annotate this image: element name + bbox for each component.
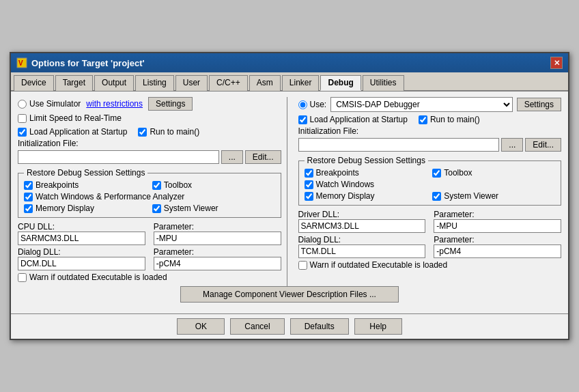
manage-component-button[interactable]: Manage Component Viewer Description File… bbox=[180, 286, 399, 303]
help-button[interactable]: Help bbox=[354, 318, 402, 335]
left-load-app-row: Load Application at Startup Run to main(… bbox=[18, 127, 281, 137]
right-memory-display-checkbox[interactable] bbox=[305, 192, 313, 201]
left-load-app-checkbox[interactable] bbox=[18, 128, 27, 137]
right-dialog-param-field: Parameter: bbox=[434, 235, 561, 258]
left-watch-windows-checkbox[interactable] bbox=[24, 193, 33, 201]
left-toolbox-label[interactable]: Toolbox bbox=[152, 180, 275, 190]
right-driver-param-input[interactable] bbox=[434, 219, 561, 233]
ok-button[interactable]: OK bbox=[177, 318, 225, 335]
left-edit-button[interactable]: Edit... bbox=[245, 150, 281, 164]
left-system-viewer-checkbox[interactable] bbox=[152, 204, 161, 213]
left-cpu-param-input[interactable] bbox=[154, 232, 281, 245]
left-system-viewer-label[interactable]: System Viewer bbox=[152, 204, 275, 213]
left-panel: Use Simulator with restrictions Settings… bbox=[18, 97, 287, 286]
right-breakpoints-checkbox[interactable] bbox=[305, 169, 313, 178]
main-columns: Use Simulator with restrictions Settings… bbox=[18, 97, 561, 286]
left-breakpoints-label[interactable]: Breakpoints bbox=[24, 180, 147, 190]
right-dialog-dll-field: Dialog DLL: bbox=[298, 235, 426, 258]
right-use-radio-label[interactable]: Use: bbox=[298, 100, 327, 109]
right-use-row: Use: CMSIS-DAP Debugger Settings bbox=[298, 97, 562, 112]
left-init-file-input[interactable] bbox=[18, 150, 219, 164]
right-warn-row: Warn if outdated Executable is loaded bbox=[298, 260, 562, 270]
right-driver-dll-input[interactable] bbox=[298, 219, 426, 233]
left-cpu-dll-input[interactable] bbox=[18, 232, 145, 245]
tab-asm[interactable]: Asm bbox=[249, 75, 281, 91]
tab-cpp[interactable]: C/C++ bbox=[209, 75, 248, 91]
right-system-viewer-label[interactable]: System Viewer bbox=[432, 191, 555, 201]
right-settings-button[interactable]: Settings bbox=[517, 98, 561, 111]
simulator-row: Use Simulator with restrictions Settings bbox=[18, 97, 281, 111]
left-run-to-main-label[interactable]: Run to main() bbox=[138, 127, 199, 137]
left-settings-button[interactable]: Settings bbox=[148, 97, 193, 111]
right-watch-windows-checkbox[interactable] bbox=[305, 180, 313, 189]
tab-utilities[interactable]: Utilities bbox=[363, 75, 404, 91]
right-edit-button[interactable]: Edit... bbox=[525, 138, 561, 152]
left-dialog-param-label: Parameter: bbox=[154, 247, 281, 257]
right-driver-param-field: Parameter: bbox=[434, 210, 561, 233]
right-driver-dll-field: Driver DLL: bbox=[298, 210, 426, 233]
right-init-file-input[interactable] bbox=[298, 138, 500, 152]
right-memory-display-label[interactable]: Memory Display bbox=[305, 191, 427, 201]
with-restrictions-link[interactable]: with restrictions bbox=[86, 99, 143, 109]
left-cpu-dll-label: CPU DLL: bbox=[18, 222, 145, 232]
tab-linker[interactable]: Linker bbox=[282, 75, 320, 91]
right-driver-dll-label: Driver DLL: bbox=[298, 210, 426, 219]
right-load-app-checkbox[interactable] bbox=[298, 115, 307, 124]
left-cpu-dll-row: CPU DLL: Parameter: bbox=[18, 222, 281, 245]
right-system-viewer-checkbox[interactable] bbox=[432, 192, 441, 201]
tab-output[interactable]: Output bbox=[94, 75, 134, 91]
defaults-button[interactable]: Defaults bbox=[290, 318, 349, 335]
simulator-label: Use Simulator bbox=[29, 99, 81, 109]
right-use-radio[interactable] bbox=[298, 100, 307, 109]
title-bar: V Options for Target 'project' ✕ bbox=[11, 53, 568, 72]
close-button[interactable]: ✕ bbox=[550, 57, 563, 69]
right-debugger-select[interactable]: CMSIS-DAP Debugger bbox=[330, 97, 512, 112]
limit-speed-row: Limit Speed to Real-Time bbox=[18, 113, 281, 123]
left-watch-windows-label[interactable]: Watch Windows & Performance Analyzer bbox=[24, 192, 275, 201]
simulator-radio-label[interactable]: Use Simulator bbox=[18, 99, 81, 109]
left-load-app-label[interactable]: Load Application at Startup bbox=[18, 127, 127, 137]
right-breakpoints-label[interactable]: Breakpoints bbox=[305, 168, 427, 178]
left-run-to-main-checkbox[interactable] bbox=[138, 128, 147, 137]
right-load-app-row: Load Application at Startup Run to main(… bbox=[298, 115, 562, 124]
left-browse-button[interactable]: ... bbox=[221, 150, 243, 164]
tab-debug[interactable]: Debug bbox=[320, 75, 361, 91]
right-dialog-dll-row: Dialog DLL: Parameter: bbox=[298, 235, 562, 258]
right-driver-dll-row: Driver DLL: Parameter: bbox=[298, 210, 562, 233]
right-driver-param-label: Parameter: bbox=[434, 210, 561, 219]
title-bar-left: V Options for Target 'project' bbox=[16, 57, 145, 68]
simulator-radio[interactable] bbox=[18, 100, 27, 109]
right-load-app-label[interactable]: Load Application at Startup bbox=[298, 115, 408, 124]
left-cpu-dll-field: CPU DLL: bbox=[18, 222, 145, 245]
left-toolbox-checkbox[interactable] bbox=[152, 181, 161, 190]
cancel-button[interactable]: Cancel bbox=[230, 318, 284, 335]
right-toolbox-checkbox[interactable] bbox=[432, 169, 441, 178]
left-dialog-dll-input[interactable] bbox=[18, 257, 145, 270]
left-memory-display-label[interactable]: Memory Display bbox=[24, 204, 147, 213]
main-dialog: V Options for Target 'project' ✕ Device … bbox=[10, 52, 569, 340]
left-dialog-param-input[interactable] bbox=[154, 257, 281, 270]
right-browse-button[interactable]: ... bbox=[501, 138, 523, 152]
right-toolbox-label[interactable]: Toolbox bbox=[432, 168, 555, 178]
tab-listing[interactable]: Listing bbox=[135, 75, 174, 91]
right-run-to-main-label[interactable]: Run to main() bbox=[419, 115, 480, 124]
left-restore-legend: Restore Debug Session Settings bbox=[24, 168, 147, 178]
left-init-file-row: ... Edit... bbox=[18, 150, 281, 164]
left-breakpoints-checkbox[interactable] bbox=[24, 181, 33, 190]
tab-user[interactable]: User bbox=[175, 75, 208, 91]
left-dialog-param-field: Parameter: bbox=[154, 247, 281, 270]
right-warn-checkbox[interactable] bbox=[298, 261, 307, 270]
right-watch-windows-label[interactable]: Watch Windows bbox=[305, 180, 556, 189]
right-dialog-param-input[interactable] bbox=[434, 244, 561, 258]
right-dialog-dll-input[interactable] bbox=[298, 244, 426, 258]
right-init-file-label: Initialization File: bbox=[298, 126, 359, 136]
left-memory-display-checkbox[interactable] bbox=[24, 204, 33, 213]
tab-target[interactable]: Target bbox=[55, 75, 93, 91]
tab-device[interactable]: Device bbox=[14, 75, 54, 91]
app-icon: V bbox=[16, 57, 27, 68]
right-restore-group: Restore Debug Session Settings Breakpoin… bbox=[298, 156, 562, 206]
right-run-to-main-checkbox[interactable] bbox=[419, 115, 427, 124]
limit-speed-label: Limit Speed to Real-Time bbox=[29, 113, 122, 123]
limit-speed-checkbox[interactable] bbox=[18, 114, 27, 123]
left-warn-checkbox[interactable] bbox=[18, 273, 27, 282]
